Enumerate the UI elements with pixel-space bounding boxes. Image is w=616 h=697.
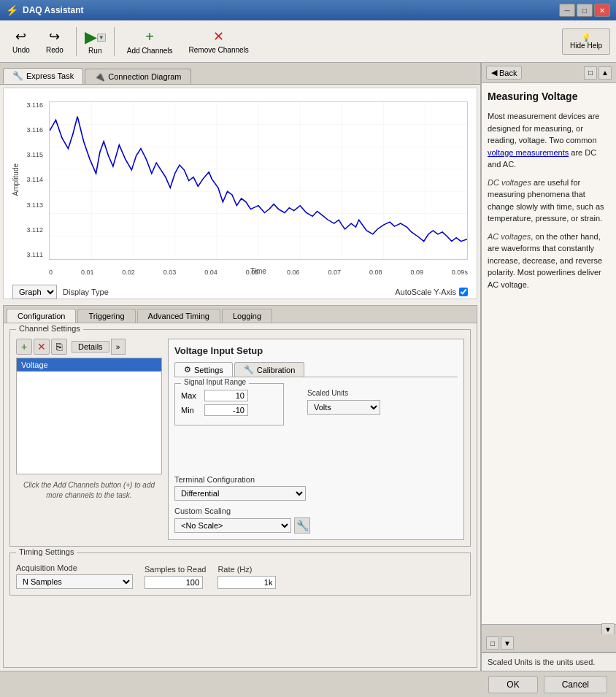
- help-header: ◀ Back □ ▲: [482, 63, 616, 83]
- settings-tab-label: Settings: [194, 366, 223, 374]
- signal-input-range-group: Signal Input Range Max Min: [174, 383, 284, 425]
- connection-icon: 🔌: [94, 72, 105, 82]
- run-icon: ▶: [85, 28, 97, 47]
- cancel-button[interactable]: Cancel: [544, 676, 607, 693]
- timing-settings-group: Timing Settings Acquisition Mode N Sampl…: [9, 552, 471, 596]
- acquisition-mode-label: Acquisition Mode: [16, 563, 133, 572]
- help-bottom-header: □ ▼: [482, 634, 616, 652]
- tab-configuration[interactable]: Configuration: [7, 309, 76, 323]
- rate-hz-label: Rate (Hz): [217, 565, 276, 574]
- run-button[interactable]: ▶ ▼ Run: [82, 24, 108, 58]
- custom-scaling-row: <No Scale> 🔧: [174, 517, 458, 534]
- back-label: Back: [499, 69, 517, 77]
- rate-hz-input[interactable]: [217, 576, 276, 589]
- ok-button[interactable]: OK: [488, 676, 537, 693]
- back-button[interactable]: ◀ Back: [486, 66, 522, 80]
- min-value-input[interactable]: [204, 404, 248, 416]
- redo-button[interactable]: ↪ Redo: [39, 25, 70, 58]
- max-value-input[interactable]: [204, 390, 248, 401]
- channel-layout: + ✕ ⎘ Details » Voltage Click the Add Ch…: [16, 339, 464, 540]
- tab-connection-diagram[interactable]: 🔌 Connection Diagram: [85, 69, 190, 84]
- display-type-select[interactable]: Graph Chart: [12, 285, 57, 299]
- channel-item-voltage[interactable]: Voltage: [17, 358, 161, 371]
- undo-label: Undo: [12, 46, 30, 54]
- close-button[interactable]: ✕: [594, 4, 610, 17]
- help-paragraph-1: Most measurement devices are designed fo…: [488, 110, 610, 171]
- title-bar: ⚡ DAQ Assistant ─ □ ✕: [0, 0, 616, 20]
- help-scroll-bottom: ▼: [482, 624, 616, 634]
- add-channels-icon: +: [145, 28, 154, 45]
- window-controls: ─ □ ✕: [559, 4, 610, 17]
- y-axis-label: Amplitude: [12, 163, 20, 196]
- scaled-units-label: Scaled Units: [307, 389, 380, 397]
- chart-controls: Graph Chart Display Type AutoScale Y-Axi…: [7, 280, 474, 304]
- back-arrow-icon: ◀: [491, 68, 497, 77]
- help-voltage-measurements-link[interactable]: voltage measurements: [488, 148, 569, 157]
- tab-advanced-timing[interactable]: Advanced Timing: [137, 309, 220, 323]
- connection-diagram-label: Connection Diagram: [108, 72, 181, 81]
- undo-icon: ↩: [15, 28, 26, 45]
- undo-button[interactable]: ↩ Undo: [6, 25, 36, 58]
- add-channel-button[interactable]: +: [16, 339, 32, 355]
- redo-icon: ↪: [49, 28, 60, 45]
- terminal-config-select[interactable]: Differential RSE NRSE: [174, 486, 306, 501]
- tab-express-task[interactable]: 🔧 Express Task: [3, 68, 83, 84]
- y-val-4: 3.115: [26, 151, 43, 158]
- redo-label: Redo: [46, 46, 63, 54]
- help-scroll-up-button[interactable]: ▲: [598, 66, 612, 80]
- config-content: Channel Settings + ✕ ⎘ Details » Vo: [4, 323, 477, 607]
- samples-to-read-input[interactable]: [145, 576, 203, 589]
- tab-triggering[interactable]: Triggering: [77, 309, 135, 323]
- details-button[interactable]: Details: [72, 341, 109, 353]
- custom-scaling-select[interactable]: <No Scale>: [174, 518, 291, 533]
- help-p2-italic: DC voltages: [488, 178, 531, 187]
- config-tabs-bar: Configuration Triggering Advanced Timing…: [4, 306, 477, 323]
- signal-range-legend: Signal Input Range: [181, 378, 249, 386]
- config-tab-advanced-timing-label: Advanced Timing: [148, 312, 209, 320]
- hide-help-button[interactable]: 💡 Hide Help: [562, 28, 610, 55]
- remove-channels-button[interactable]: ✕ Remove Channels: [182, 25, 255, 58]
- rate-hz-field: Rate (Hz): [217, 565, 276, 589]
- help-header-icons: □ ▲: [584, 66, 612, 80]
- help-resize-button[interactable]: □: [584, 66, 597, 80]
- y-val-2: 3.113: [26, 201, 43, 209]
- y-val-6: 3.116: [26, 101, 43, 109]
- tab-logging[interactable]: Logging: [222, 309, 272, 323]
- setup-tab-settings[interactable]: ⚙ Settings: [174, 362, 233, 377]
- run-label: Run: [88, 47, 101, 55]
- max-label: Max: [181, 391, 201, 400]
- chart-svg: [50, 102, 467, 259]
- setup-tab-calibration[interactable]: 🔧 Calibration: [234, 362, 305, 377]
- minimize-button[interactable]: ─: [559, 4, 575, 17]
- toolbar: ↩ Undo ↪ Redo ▶ ▼ Run + Add Channels ✕ R…: [0, 20, 616, 63]
- display-type-label: Display Type: [63, 288, 109, 296]
- config-area: Configuration Triggering Advanced Timing…: [3, 305, 477, 668]
- acquisition-mode-select[interactable]: N Samples Continuous 1 Sample: [16, 574, 133, 589]
- scaled-units-select[interactable]: Volts mVolts: [307, 400, 380, 415]
- chart-container: Amplitude 3.116 3.116 3.115 3.114 3.113 …: [7, 94, 474, 280]
- copy-channel-button[interactable]: ⎘: [51, 339, 67, 355]
- terminal-config-wrap: Differential RSE NRSE: [174, 486, 458, 501]
- scaling-edit-button[interactable]: 🔧: [294, 517, 310, 534]
- settings-tab-icon: ⚙: [184, 365, 191, 374]
- maximize-button[interactable]: □: [577, 4, 593, 17]
- add-channels-button[interactable]: + Add Channels: [120, 25, 180, 58]
- help-bottom-resize-button[interactable]: □: [486, 636, 499, 650]
- setup-tabs: ⚙ Settings 🔧 Calibration: [174, 362, 458, 377]
- custom-scaling-label: Custom Scaling: [174, 507, 458, 515]
- help-bottom-note: Scaled Units is the units used.: [482, 652, 616, 671]
- help-bottom-expand-button[interactable]: ▼: [501, 636, 514, 650]
- channel-list-area: + ✕ ⎘ Details » Voltage Click the Add Ch…: [16, 339, 162, 540]
- acquisition-mode-field: Acquisition Mode N Samples Continuous 1 …: [16, 563, 133, 589]
- hide-help-label: Hide Help: [570, 42, 602, 50]
- add-channels-label: Add Channels: [127, 47, 173, 55]
- expand-button[interactable]: »: [111, 339, 126, 355]
- run-dropdown-arrow[interactable]: ▼: [97, 34, 106, 42]
- right-help-panel: ◀ Back □ ▲ Measuring Voltage Most measur…: [481, 63, 616, 671]
- autoscale-checkbox[interactable]: [459, 288, 468, 296]
- y-val-5: 3.116: [26, 126, 43, 134]
- remove-channel-button[interactable]: ✕: [34, 339, 50, 355]
- help-paragraph-3: AC voltages, on the other hand, are wave…: [488, 231, 610, 291]
- calibration-tab-label: Calibration: [257, 366, 296, 374]
- help-bottom-note-text: Scaled Units is the units used.: [488, 658, 595, 666]
